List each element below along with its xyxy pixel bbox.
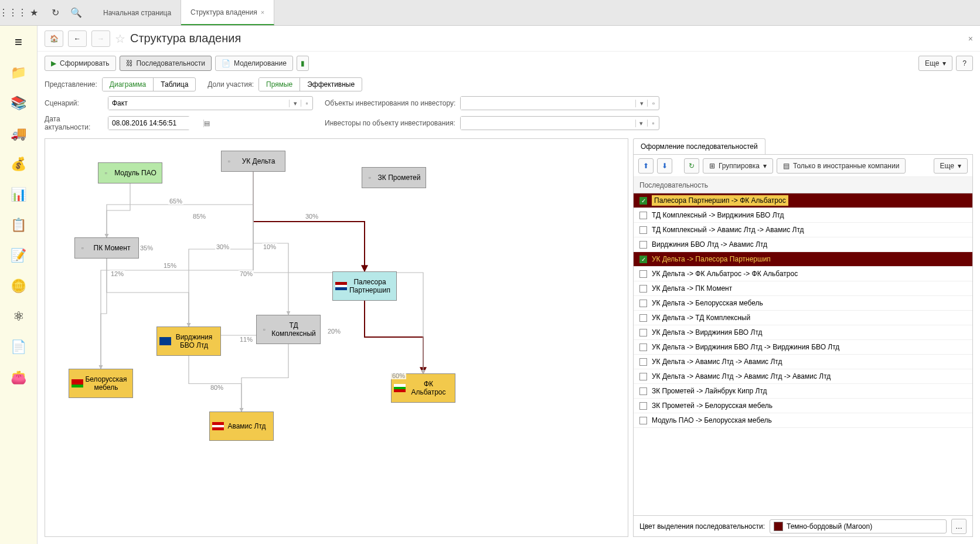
sequence-row[interactable]: УК Дельта -> ТД Комплексный bbox=[634, 311, 972, 325]
help-button[interactable]: ? bbox=[956, 56, 973, 71]
diagram-panel[interactable]: ▫Модуль ПАО▫УК Дельта▫ЗК Прометей▫ПК Мом… bbox=[45, 138, 628, 537]
inv-obj-field[interactable] bbox=[461, 97, 635, 110]
diagram-node[interactable]: Белорусская мебель bbox=[69, 369, 133, 398]
expand-icon[interactable]: ▫ bbox=[647, 120, 659, 127]
grouping-button[interactable]: ⊞Группировка ▾ bbox=[703, 158, 773, 174]
scenario-field[interactable] bbox=[108, 97, 289, 110]
close-icon[interactable]: × bbox=[261, 9, 264, 16]
diagram-node[interactable]: ▫УК Дельта bbox=[221, 151, 285, 172]
sequence-row[interactable]: ЗК Прометей -> Белорусская мебель bbox=[634, 399, 972, 413]
move-down-button[interactable]: ⬇ bbox=[657, 158, 672, 174]
sequence-row[interactable]: ✓УК Дельта -> Палесора Партнершип bbox=[634, 252, 972, 267]
checkbox[interactable] bbox=[639, 358, 647, 366]
checkbox[interactable] bbox=[639, 212, 647, 219]
checkbox[interactable] bbox=[639, 402, 647, 410]
chart-icon[interactable]: 📊 bbox=[7, 183, 30, 206]
checkbox[interactable] bbox=[639, 314, 647, 322]
refresh-button[interactable]: ↻ bbox=[684, 158, 699, 174]
close-page-icon[interactable]: × bbox=[968, 34, 973, 43]
diagram-node[interactable]: ▫Модуль ПАО bbox=[98, 162, 162, 183]
view-diagram[interactable]: Диаграмма bbox=[103, 78, 154, 91]
color-input[interactable]: Темно-бордовый (Maroon) bbox=[770, 519, 947, 533]
tab-structure[interactable]: Структура владения× bbox=[181, 0, 274, 25]
diagram-node[interactable]: ▫ТД Комплексный bbox=[256, 315, 321, 344]
scenario-input[interactable]: ▾ ▫ bbox=[108, 96, 313, 110]
diagram-node[interactable]: Палесора Партнершип bbox=[332, 271, 397, 301]
investors-input[interactable]: ▾ ▫ bbox=[460, 116, 659, 130]
checkbox[interactable] bbox=[639, 226, 647, 234]
more-button[interactable]: Еще ▾ bbox=[918, 56, 952, 71]
checkbox[interactable] bbox=[639, 344, 647, 351]
back-button[interactable]: ← bbox=[68, 30, 87, 47]
diagram-node[interactable]: Вирджиния БВО Лтд bbox=[156, 327, 221, 356]
sequence-row[interactable]: ЗК Прометей -> Лайнбрук Кипр Лтд bbox=[634, 384, 972, 399]
chevron-down-icon[interactable]: ▾ bbox=[635, 100, 647, 107]
sequence-row[interactable]: ТД Комплексный -> Вирджиния БВО Лтд bbox=[634, 208, 972, 223]
foreign-only-button[interactable]: ▤Только в иностранные компании bbox=[777, 158, 906, 174]
truck-icon[interactable]: 🚚 bbox=[7, 122, 30, 145]
calendar-icon[interactable]: ▤ bbox=[203, 120, 210, 127]
forward-button[interactable]: → bbox=[91, 30, 110, 47]
panel-tab[interactable]: Оформление последовательностей bbox=[633, 138, 765, 154]
diagram-node[interactable]: ▫ЗК Прометей bbox=[362, 167, 426, 188]
date-input[interactable]: ▤ bbox=[108, 116, 190, 130]
coins-icon[interactable]: 🪙 bbox=[7, 274, 30, 298]
wallet-icon[interactable]: 👛 bbox=[7, 366, 30, 389]
expand-icon[interactable]: ▫ bbox=[647, 100, 659, 107]
export-button[interactable]: ▮ bbox=[297, 56, 309, 71]
checkbox[interactable] bbox=[639, 300, 647, 307]
apps-icon[interactable]: ⋮⋮⋮ bbox=[5, 5, 21, 21]
chevron-down-icon[interactable]: ▾ bbox=[289, 100, 301, 107]
color-picker-button[interactable]: … bbox=[951, 519, 967, 534]
sequence-row[interactable]: Вирджиния БВО Лтд -> Авамис Лтд bbox=[634, 237, 972, 252]
sequence-row[interactable]: УК Дельта -> Белорусская мебель bbox=[634, 296, 972, 311]
date-field[interactable] bbox=[108, 117, 203, 130]
checkbox[interactable] bbox=[639, 373, 647, 380]
investors-field[interactable] bbox=[461, 117, 635, 130]
checkbox[interactable] bbox=[639, 285, 647, 293]
shares-direct[interactable]: Прямые bbox=[259, 78, 300, 91]
books-icon[interactable]: 📚 bbox=[7, 91, 30, 115]
clipboard-icon[interactable]: 📋 bbox=[7, 213, 30, 237]
search-icon[interactable]: 🔍 bbox=[68, 5, 84, 21]
note-icon[interactable]: 📝 bbox=[7, 244, 30, 267]
atom-icon[interactable]: ⚛ bbox=[7, 305, 30, 328]
cash-icon[interactable]: 💰 bbox=[7, 152, 30, 176]
folder-icon[interactable]: 📁 bbox=[7, 61, 30, 84]
sequence-row[interactable]: УК Дельта -> Вирджиния БВО Лтд -> Вирджи… bbox=[634, 340, 972, 355]
sequence-row[interactable]: УК Дельта -> Авамис Лтд -> Авамис Лтд ->… bbox=[634, 369, 972, 384]
docs-icon[interactable]: 📄 bbox=[7, 335, 30, 359]
history-icon[interactable]: ↻ bbox=[47, 5, 63, 21]
form-button[interactable]: ▶Сформировать bbox=[45, 56, 116, 71]
star-icon[interactable]: ★ bbox=[26, 5, 42, 21]
tab-home[interactable]: Начальная страница bbox=[94, 0, 181, 25]
checkbox[interactable] bbox=[639, 417, 647, 424]
checkbox[interactable]: ✓ bbox=[639, 256, 647, 263]
sequence-row[interactable]: УК Дельта -> Вирджиния БВО Лтд bbox=[634, 325, 972, 340]
modeling-button[interactable]: 📄Моделирование bbox=[215, 56, 293, 71]
expand-icon[interactable]: ▫ bbox=[301, 100, 312, 107]
view-table[interactable]: Таблица bbox=[154, 78, 195, 91]
panel-more-button[interactable]: Еще ▾ bbox=[934, 158, 968, 174]
menu-icon[interactable]: ≡ bbox=[7, 30, 30, 54]
checkbox[interactable] bbox=[639, 241, 647, 249]
inv-obj-input[interactable]: ▾ ▫ bbox=[460, 96, 659, 110]
favorite-icon[interactable]: ☆ bbox=[115, 32, 125, 46]
sequence-row[interactable]: ✓Палесора Партнершип -> ФК Альбатрос bbox=[634, 193, 972, 208]
checkbox[interactable] bbox=[639, 270, 647, 278]
chevron-down-icon[interactable]: ▾ bbox=[635, 120, 647, 127]
shares-effective[interactable]: Эффективные bbox=[300, 78, 362, 91]
sequence-row[interactable]: УК Дельта -> ПК Момент bbox=[634, 281, 972, 296]
sequence-row[interactable]: УК Дельта -> ФК Альбатрос -> ФК Альбатро… bbox=[634, 267, 972, 281]
diagram-node[interactable]: Авамис Лтд bbox=[209, 412, 274, 441]
sequence-row[interactable]: ТД Комплексный -> Авамис Лтд -> Авамис Л… bbox=[634, 223, 972, 237]
sequence-row[interactable]: УК Дельта -> Авамис Лтд -> Авамис Лтд bbox=[634, 355, 972, 369]
home-button[interactable]: 🏠 bbox=[45, 30, 63, 47]
sequence-row[interactable]: Модуль ПАО -> Белорусская мебель bbox=[634, 413, 972, 428]
sequences-button[interactable]: ⛓Последовательности bbox=[120, 56, 212, 71]
checkbox[interactable] bbox=[639, 329, 647, 336]
move-up-button[interactable]: ⬆ bbox=[638, 158, 654, 174]
checkbox[interactable]: ✓ bbox=[639, 197, 647, 205]
checkbox[interactable] bbox=[639, 387, 647, 395]
diagram-node[interactable]: ▫ПК Момент bbox=[74, 237, 139, 259]
